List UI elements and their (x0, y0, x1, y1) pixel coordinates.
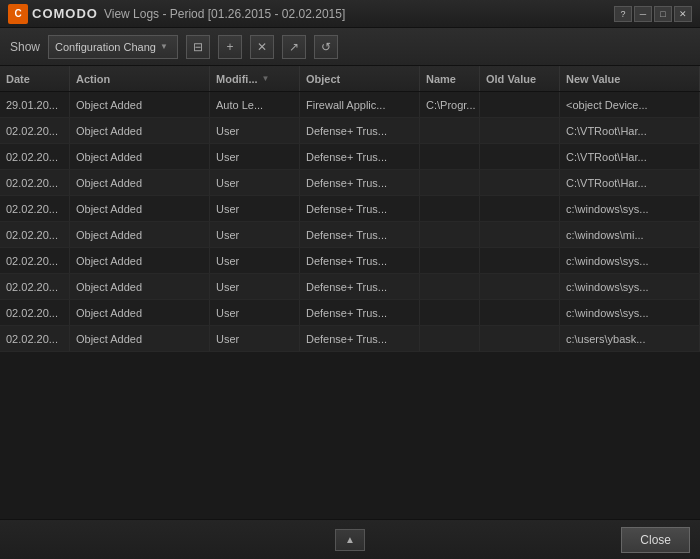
export-button[interactable]: ↗ (282, 35, 306, 59)
table-cell (420, 196, 480, 221)
col-header-newval[interactable]: New Value (560, 66, 700, 91)
main-content: Date Action Modifi... ▼ Object Name Old … (0, 66, 700, 559)
table-cell (480, 274, 560, 299)
show-label: Show (10, 40, 40, 54)
table-cell: c:\windows\sys... (560, 248, 700, 273)
window-title: View Logs - Period [01.26.2015 - 02.02.2… (104, 7, 345, 21)
table-row[interactable]: 02.02.20...Object AddedUserDefense+ Trus… (0, 222, 700, 248)
table-cell: 02.02.20... (0, 248, 70, 273)
logo-text: COMODO (32, 6, 98, 21)
table-cell: C:\VTRoot\Har... (560, 170, 700, 195)
scroll-up-button[interactable]: ▲ (335, 529, 365, 551)
table-cell: Defense+ Trus... (300, 248, 420, 273)
table-cell: Object Added (70, 248, 210, 273)
table-row[interactable]: 02.02.20...Object AddedUserDefense+ Trus… (0, 326, 700, 352)
table-cell (420, 118, 480, 143)
logo-icon: C (8, 4, 28, 24)
table-cell: 02.02.20... (0, 222, 70, 247)
col-header-date[interactable]: Date (0, 66, 70, 91)
table-cell: c:\windows\mi... (560, 222, 700, 247)
table-cell: Defense+ Trus... (300, 170, 420, 195)
table-row[interactable]: 02.02.20...Object AddedUserDefense+ Trus… (0, 196, 700, 222)
col-header-modif[interactable]: Modifi... ▼ (210, 66, 300, 91)
title-controls: ? ─ □ ✕ (614, 6, 692, 22)
title-bar-left: C COMODO View Logs - Period [01.26.2015 … (8, 4, 345, 24)
table-cell (480, 144, 560, 169)
table-cell: Object Added (70, 92, 210, 117)
table-cell (420, 326, 480, 351)
table-cell: C:\Progr... (420, 92, 480, 117)
table-row[interactable]: 29.01.20...Object AddedAuto Le...Firewal… (0, 92, 700, 118)
table-cell (480, 222, 560, 247)
log-type-dropdown[interactable]: Configuration Chang ▼ (48, 35, 178, 59)
table-cell: Defense+ Trus... (300, 118, 420, 143)
table-cell (480, 196, 560, 221)
table-cell (420, 248, 480, 273)
table-cell: 02.02.20... (0, 326, 70, 351)
dropdown-arrow-icon: ▼ (160, 42, 168, 51)
table-body: 29.01.20...Object AddedAuto Le...Firewal… (0, 92, 700, 519)
remove-button[interactable]: ✕ (250, 35, 274, 59)
table-cell: User (210, 196, 300, 221)
bottom-bar: ▲ Close (0, 519, 700, 559)
toolbar: Show Configuration Chang ▼ ⊟ + ✕ ↗ ↺ (0, 28, 700, 66)
dropdown-value: Configuration Chang (55, 41, 156, 53)
table-cell (420, 170, 480, 195)
table-cell: Object Added (70, 222, 210, 247)
table-row[interactable]: 02.02.20...Object AddedUserDefense+ Trus… (0, 118, 700, 144)
table-cell: User (210, 326, 300, 351)
table-cell: Defense+ Trus... (300, 326, 420, 351)
table-cell: 02.02.20... (0, 274, 70, 299)
restore-button[interactable]: □ (654, 6, 672, 22)
table-row[interactable]: 02.02.20...Object AddedUserDefense+ Trus… (0, 300, 700, 326)
minimize-button[interactable]: ─ (634, 6, 652, 22)
table-row[interactable]: 02.02.20...Object AddedUserDefense+ Trus… (0, 248, 700, 274)
table-cell (480, 248, 560, 273)
table-cell: Object Added (70, 144, 210, 169)
col-header-object[interactable]: Object (300, 66, 420, 91)
table-cell (480, 92, 560, 117)
col-header-oldval[interactable]: Old Value (480, 66, 560, 91)
table-cell: 02.02.20... (0, 144, 70, 169)
help-button[interactable]: ? (614, 6, 632, 22)
table-cell: c:\windows\sys... (560, 196, 700, 221)
table-row[interactable]: 02.02.20...Object AddedUserDefense+ Trus… (0, 274, 700, 300)
table-cell: <object Device... (560, 92, 700, 117)
table-cell: User (210, 170, 300, 195)
table-cell: c:\users\ybask... (560, 326, 700, 351)
table-cell: Object Added (70, 300, 210, 325)
table-cell (480, 118, 560, 143)
table-cell: Object Added (70, 118, 210, 143)
table-cell: 02.02.20... (0, 118, 70, 143)
table-cell: User (210, 274, 300, 299)
add-icon: + (227, 40, 234, 54)
table-row[interactable]: 02.02.20...Object AddedUserDefense+ Trus… (0, 144, 700, 170)
table-cell: C:\VTRoot\Har... (560, 144, 700, 169)
table-cell: Firewall Applic... (300, 92, 420, 117)
add-button[interactable]: + (218, 35, 242, 59)
table-row[interactable]: 02.02.20...Object AddedUserDefense+ Trus… (0, 170, 700, 196)
table-cell (480, 300, 560, 325)
title-bar: C COMODO View Logs - Period [01.26.2015 … (0, 0, 700, 28)
col-header-action[interactable]: Action (70, 66, 210, 91)
table-cell: Auto Le... (210, 92, 300, 117)
refresh-button[interactable]: ↺ (314, 35, 338, 59)
col-header-name[interactable]: Name (420, 66, 480, 91)
table-cell (420, 222, 480, 247)
filter-button[interactable]: ⊟ (186, 35, 210, 59)
sort-arrow-icon: ▼ (262, 74, 270, 83)
table-header: Date Action Modifi... ▼ Object Name Old … (0, 66, 700, 92)
table-cell: C:\VTRoot\Har... (560, 118, 700, 143)
table-cell: Object Added (70, 326, 210, 351)
table-cell: User (210, 118, 300, 143)
table-cell (480, 170, 560, 195)
table-cell: User (210, 248, 300, 273)
table-cell (420, 300, 480, 325)
close-button[interactable]: Close (621, 527, 690, 553)
table-cell (420, 274, 480, 299)
table-cell: 02.02.20... (0, 300, 70, 325)
remove-icon: ✕ (257, 40, 267, 54)
scroll-up-icon: ▲ (345, 534, 355, 545)
window-close-button[interactable]: ✕ (674, 6, 692, 22)
table-cell: Defense+ Trus... (300, 300, 420, 325)
